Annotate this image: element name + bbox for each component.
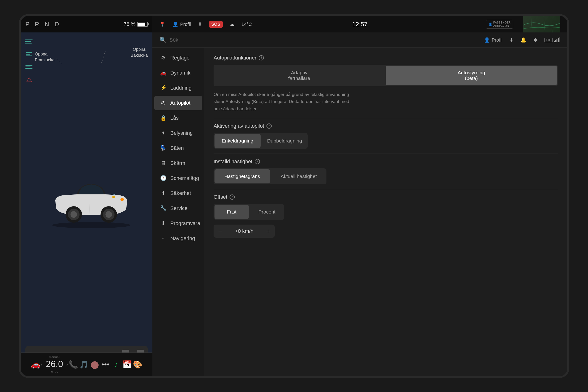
temp-value: 26.0 xyxy=(46,359,63,369)
section1-info-icon[interactable]: i xyxy=(259,55,264,60)
temp-mode-label: Manuell xyxy=(49,355,60,359)
search-person-icon: 👤 xyxy=(484,37,490,43)
navigering-icon: ◦ xyxy=(160,236,166,242)
section4-label: Offset xyxy=(214,194,227,200)
top-bar-left: P R N D 78 % xyxy=(21,16,152,32)
search-area[interactable]: 🔍 Sök xyxy=(160,37,479,43)
settings-panel: Autopilotfunktioner i Adaptiv farthållar… xyxy=(204,48,567,376)
taskbar-record-icon[interactable]: ⬤ xyxy=(90,358,100,372)
sidebar-item-navigering[interactable]: ◦ Navigering xyxy=(154,231,202,246)
sidebar-item-skarm[interactable]: 🖥 Skärm xyxy=(154,156,202,170)
left-panel: P R N D 78 % xyxy=(21,16,152,376)
saten-label: Säten xyxy=(170,145,184,151)
svg-point-8 xyxy=(120,198,124,201)
svg-line-12 xyxy=(531,16,532,32)
section1-label: Autopilotfunktioner xyxy=(214,55,256,61)
search-profil-btn[interactable]: 👤 Profil xyxy=(484,37,502,43)
service-label: Service xyxy=(170,205,188,212)
search-right-controls: 👤 Profil ⬇ 🔔 ✱ LTE xyxy=(484,37,560,43)
sidebar-item-service[interactable]: 🔧 Service xyxy=(154,201,202,216)
taskbar-music-icon[interactable]: 🎵 xyxy=(78,358,90,372)
taskbar-spotify-icon[interactable]: ♪ xyxy=(111,358,122,372)
btn-adaptiv[interactable]: Adaptiv farthållare xyxy=(214,65,385,86)
sidebar-item-saten[interactable]: 💺 Säten xyxy=(154,141,202,156)
location-icon: 📍 xyxy=(160,22,165,27)
laddning-icon: ⚡ xyxy=(160,85,166,91)
btn-dubbeldragning[interactable]: Dubbeldragning xyxy=(262,133,308,149)
search-bar: 🔍 Sök 👤 Profil ⬇ 🔔 ✱ LTE xyxy=(152,32,567,48)
svg-point-3 xyxy=(70,211,77,218)
las-icon: 🔒 xyxy=(160,115,166,121)
btn-procent[interactable]: Procent xyxy=(250,204,284,220)
battery-icon xyxy=(137,22,148,27)
prnd-display: P R N D xyxy=(26,21,61,28)
section4-info-icon[interactable]: i xyxy=(230,194,235,200)
section3-info-icon[interactable]: i xyxy=(255,159,260,164)
svg-line-10 xyxy=(56,58,63,65)
saten-icon: 💺 xyxy=(160,145,166,151)
search-download-icon: ⬇ xyxy=(510,37,514,43)
label-baklucka[interactable]: Öppna Baklucka xyxy=(130,46,148,58)
speed-increase-btn[interactable]: + xyxy=(262,224,275,238)
sidebar-item-belysning[interactable]: ✦ Belysning xyxy=(154,126,202,140)
sidebar-item-dynamik[interactable]: 🚗 Dynamik xyxy=(154,66,202,80)
search-bell-btn[interactable]: 🔔 xyxy=(520,37,526,43)
person-icon: 👤 xyxy=(172,22,178,27)
autopilot-warning: Om en miss Autopilot sker 5 gånger på gr… xyxy=(214,91,350,112)
map-thumbnail[interactable] xyxy=(522,16,560,32)
sidebar-item-autopilot[interactable]: ◎ Autopilot xyxy=(154,96,202,110)
taskbar-art-icon[interactable]: 🎨 xyxy=(132,358,143,372)
svg-point-6 xyxy=(105,211,112,218)
search-placeholder: Sök xyxy=(169,37,178,43)
autopilot-icon: ◎ xyxy=(160,100,166,106)
btn-aktuell[interactable]: Aktuell hastighet xyxy=(271,168,326,184)
topbar-profil-btn[interactable]: 👤 Profil xyxy=(172,22,191,27)
search-download-btn[interactable]: ⬇ xyxy=(510,37,514,43)
taskbar-car-icon[interactable]: 🚗 xyxy=(30,358,41,372)
service-icon: 🔧 xyxy=(160,205,166,212)
speed-decrease-btn[interactable]: − xyxy=(214,224,227,238)
sidebar-item-laddning[interactable]: ⚡ Laddning xyxy=(154,81,202,95)
search-bluetooth-btn[interactable]: ✱ xyxy=(534,37,538,43)
btn-fast[interactable]: Fast xyxy=(214,205,249,219)
taskbar: 🚗 ‹ Manuell 26.0 ❄ ♨ › 📞 🎵 ⬤ ••• ♪ 📅 xyxy=(21,352,152,376)
skarm-icon: 🖥 xyxy=(160,160,166,166)
svg-line-11 xyxy=(101,51,105,65)
sakerhet-icon: ℹ xyxy=(160,190,166,196)
topbar-download-btn[interactable]: ⬇ xyxy=(198,22,202,27)
sidebar-item-las[interactable]: 🔒 Lås xyxy=(154,111,202,125)
svg-line-14 xyxy=(553,16,553,32)
svg-point-0 xyxy=(52,222,130,228)
autopilot-label: Autopilot xyxy=(170,100,190,106)
skarm-label: Skärm xyxy=(170,160,185,166)
label-framlucka[interactable]: Öppna Framlucka xyxy=(35,51,54,63)
temp-display: Manuell 26.0 ❄ ♨ xyxy=(46,355,63,374)
section-hastighet-title: Inställd hastighet i xyxy=(214,158,558,164)
section-aktivering-title: Aktivering av autopilot i xyxy=(214,123,558,129)
programvara-label: Programvara xyxy=(170,220,200,226)
taskbar-phone-icon[interactable]: 📞 xyxy=(68,358,79,372)
top-bar-right: 📍 👤 Profil ⬇ SOS 12:57 ☁ 14°C 👤 PASSENGE… xyxy=(152,16,567,32)
sidebar-item-sakerhet[interactable]: ℹ Säkerhet xyxy=(154,186,202,200)
offset-group: Fast Procent xyxy=(214,204,284,220)
temp-next-btn[interactable]: › xyxy=(66,362,68,367)
divider1 xyxy=(214,118,558,118)
btn-autostyrning[interactable]: Autostyrning (beta) xyxy=(386,66,557,85)
schemalag-label: Schemalägg xyxy=(170,175,199,181)
btn-hastighetsgrans[interactable]: Hastighetsgräns xyxy=(214,169,270,184)
temp-prev-btn[interactable]: ‹ xyxy=(41,362,42,367)
topbar-weather-icon: ☁ xyxy=(230,22,234,27)
section2-info-icon[interactable]: i xyxy=(266,124,272,129)
dynamik-icon: 🚗 xyxy=(160,70,166,76)
right-panel: 📍 👤 Profil ⬇ SOS 12:57 ☁ 14°C 👤 PASSENGE… xyxy=(152,16,567,376)
taskbar-calendar-icon[interactable]: 📅 xyxy=(122,358,132,372)
passenger-label: PASSENGERAIRBAG ON xyxy=(493,21,510,28)
sidebar-item-programvara[interactable]: ⬇ Programvara xyxy=(154,216,202,231)
bell-icon: 🔔 xyxy=(520,37,526,43)
divider2 xyxy=(214,154,558,154)
taskbar-more-icon[interactable]: ••• xyxy=(100,358,111,372)
sidebar-item-reglage[interactable]: ⚙ Reglage xyxy=(154,50,202,65)
btn-enkeldragning[interactable]: Enkeldragning xyxy=(214,134,260,148)
sidebar-item-schemalag[interactable]: 🕐 Schemalägg xyxy=(154,171,202,186)
topbar-sos-btn[interactable]: SOS xyxy=(209,21,223,28)
